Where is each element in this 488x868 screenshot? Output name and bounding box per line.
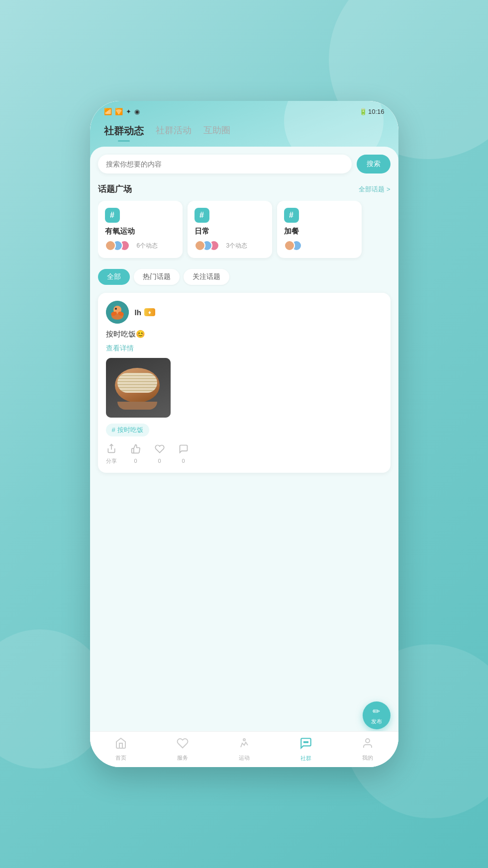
vip-badge: ♦ [144, 308, 155, 316]
post-username: lh ♦ [135, 308, 155, 317]
topic-meta-daily: 3个动态 [195, 240, 265, 251]
phone-frame: 📶 🛜 ✦ ◉ 🔋 10:16 社群动态 社群活动 互助圈 [90, 101, 398, 767]
svg-point-12 [366, 739, 370, 743]
nav-label-service: 服务 [177, 754, 188, 762]
post-avatar [106, 301, 129, 324]
post-text: 按时吃饭😊 [106, 329, 383, 340]
topic-name-daily: 日常 [195, 227, 265, 236]
topic-name-extra: 加餐 [284, 227, 355, 236]
tab-community-activity[interactable]: 社群活动 [156, 124, 192, 142]
post-image[interactable] [106, 358, 171, 418]
post-user-info: lh ♦ [135, 308, 155, 317]
nav-item-service[interactable]: 服务 [152, 737, 213, 762]
search-bar: 搜索 [98, 155, 390, 174]
nav-item-profile[interactable]: 我的 [337, 737, 398, 762]
status-icons: 📶 🛜 ✦ ◉ [104, 108, 140, 115]
post-header: lh ♦ [106, 301, 383, 324]
heart-count: 0 [158, 458, 161, 464]
post-actions: 分享 0 [106, 441, 383, 465]
nav-item-sport[interactable]: 运动 [213, 737, 275, 762]
nav-label-community: 社群 [300, 755, 311, 762]
tab-community-dynamics[interactable]: 社群动态 [104, 124, 144, 142]
topic-hash-icon-2: # [195, 208, 209, 223]
nav-item-home[interactable]: 首页 [90, 737, 152, 762]
topic-cards-scroll: # 有氧运动 6个动态 # 日常 [98, 201, 390, 261]
comment-icon [179, 444, 189, 456]
community-icon [299, 737, 312, 753]
signal-icon: 📶 [104, 108, 112, 115]
fab-edit-icon: ✏ [373, 706, 380, 717]
topic-avatars [105, 240, 126, 251]
topic-hash-icon-3: # [284, 208, 299, 223]
topic-count-aerobic: 6个动态 [137, 242, 158, 250]
status-bar: 📶 🛜 ✦ ◉ 🔋 10:16 [90, 101, 398, 119]
topic-avatars-3 [284, 240, 298, 251]
search-input[interactable] [106, 160, 344, 168]
tag-hash: # [112, 426, 115, 434]
nav-label-profile: 我的 [362, 754, 373, 762]
topic-avatar-4 [195, 240, 205, 251]
filter-tabs: 全部 热门话题 关注话题 [98, 269, 390, 285]
tag-text: 按时吃饭 [117, 426, 143, 434]
status-time: 10:16 [368, 108, 385, 115]
battery-status: 🔋 10:16 [359, 108, 385, 115]
like-icon [131, 444, 141, 456]
publish-fab[interactable]: ✏ 发布 [363, 701, 390, 729]
topic-avatar-1 [105, 240, 116, 251]
topic-card-extra-meal[interactable]: # 加餐 [277, 201, 362, 258]
comment-count: 0 [182, 458, 185, 464]
svg-point-9 [303, 742, 304, 743]
svg-point-10 [305, 742, 306, 743]
profile-icon [362, 737, 374, 752]
content-area: 搜索 话题广场 全部话题 > # 有氧运动 [90, 147, 398, 767]
topic-avatar-7 [284, 240, 295, 251]
filter-tab-all[interactable]: 全部 [98, 269, 130, 285]
heart-icon [155, 444, 165, 456]
post-tag[interactable]: # 按时吃饭 [106, 424, 149, 436]
comment-action[interactable]: 0 [179, 444, 189, 464]
service-icon [177, 737, 189, 752]
topic-avatars-2 [195, 240, 215, 251]
svg-point-5 [115, 308, 117, 310]
topic-name-aerobic: 有氧运动 [105, 227, 176, 236]
topic-card-daily[interactable]: # 日常 3个动态 [188, 201, 272, 258]
sport-icon [238, 737, 250, 752]
filter-tab-follow[interactable]: 关注话题 [184, 269, 229, 285]
fab-label: 发布 [371, 718, 382, 725]
topic-section-header: 话题广场 全部话题 > [98, 183, 390, 195]
svg-point-11 [307, 742, 308, 743]
topic-section-title: 话题广场 [98, 183, 132, 195]
share-icon [106, 443, 116, 456]
post-card: lh ♦ 按时吃饭😊 查看详情 [98, 293, 390, 473]
nfc-icon: ✦ [126, 108, 131, 115]
view-all-topics[interactable]: 全部话题 > [359, 185, 390, 194]
heart-action[interactable]: 0 [155, 444, 165, 464]
svg-point-8 [243, 739, 245, 741]
like-count: 0 [134, 458, 137, 464]
share-action[interactable]: 分享 [106, 443, 117, 465]
topic-count-daily: 3个动态 [226, 242, 248, 250]
view-detail-link[interactable]: 查看详情 [106, 344, 383, 353]
topic-meta-extra [284, 240, 355, 251]
noodle-bowl-image [106, 358, 171, 418]
nav-item-community[interactable]: 社群 [275, 737, 337, 762]
topic-meta-aerobic: 6个动态 [105, 240, 176, 251]
bowl-bottom [117, 402, 157, 410]
filter-tab-hot[interactable]: 热门话题 [134, 269, 180, 285]
tab-mutual-circle[interactable]: 互助圈 [203, 124, 230, 142]
nav-label-home: 首页 [115, 754, 126, 762]
search-input-wrapper[interactable] [98, 155, 352, 174]
topic-hash-icon: # [105, 208, 120, 223]
wifi-icon: 🛜 [115, 108, 123, 115]
tab-navigation: 社群动态 社群活动 互助圈 [90, 119, 398, 142]
topic-card-aerobic[interactable]: # 有氧运动 6个动态 [98, 201, 183, 258]
share-label: 分享 [106, 457, 117, 465]
battery-icon: 🔋 [359, 108, 367, 115]
search-button[interactable]: 搜索 [357, 155, 390, 174]
bottom-navigation: 首页 服务 运动 [90, 731, 398, 767]
nav-label-sport: 运动 [239, 754, 250, 762]
home-icon [115, 737, 127, 752]
app-icon: ◉ [134, 108, 140, 115]
like-action[interactable]: 0 [131, 444, 141, 464]
